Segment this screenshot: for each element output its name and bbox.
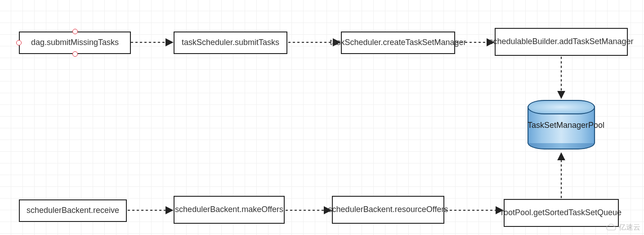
node-task-scheduler-create-task-set-manager[interactable]: taskScheduler.createTaskSetManager [341, 32, 455, 54]
datastore-task-set-manager-pool[interactable]: TaskSetManagerPool [528, 100, 595, 149]
node-label: schedulerBackent.makeOffers [175, 205, 283, 215]
watermark-text: 亿速云 [619, 223, 640, 232]
node-scheduler-backend-receive[interactable]: schedulerBackent.receive [19, 199, 127, 222]
node-schedulable-builder-add-task-set-manager[interactable]: schedulableBuilder.addTaskSetManager [495, 28, 628, 56]
node-label: taskScheduler.createTaskSetManager [330, 38, 466, 48]
node-scheduler-backend-resource-offers[interactable]: schedulerBackent.resourceOffers [332, 196, 444, 224]
node-dag-submit-missing-tasks[interactable]: dag.submitMissingTasks [19, 32, 131, 54]
node-label: taskScheduler.submitTasks [182, 38, 279, 48]
node-scheduler-backend-make-offers[interactable]: schedulerBackent.makeOffers [174, 196, 285, 224]
selection-handle[interactable] [72, 51, 78, 57]
watermark: 亿速云 [605, 223, 640, 232]
node-label: rootPool.getSortedTaskSetQueue [501, 208, 622, 218]
node-label: dag.submitMissingTasks [31, 38, 119, 48]
datastore-label: TaskSetManagerPool [528, 121, 595, 131]
node-label: schedulableBuilder.addTaskSetManager [489, 37, 633, 47]
node-task-scheduler-submit-tasks[interactable]: taskScheduler.submitTasks [174, 32, 287, 54]
selection-handle[interactable] [16, 40, 22, 45]
cloud-icon [605, 224, 617, 232]
node-label: schedulerBackent.receive [27, 206, 119, 216]
node-root-pool-get-sorted-task-set-queue[interactable]: rootPool.getSortedTaskSetQueue [504, 199, 619, 227]
node-label: schedulerBackent.resourceOffers [328, 205, 448, 215]
selection-handle[interactable] [72, 29, 78, 34]
